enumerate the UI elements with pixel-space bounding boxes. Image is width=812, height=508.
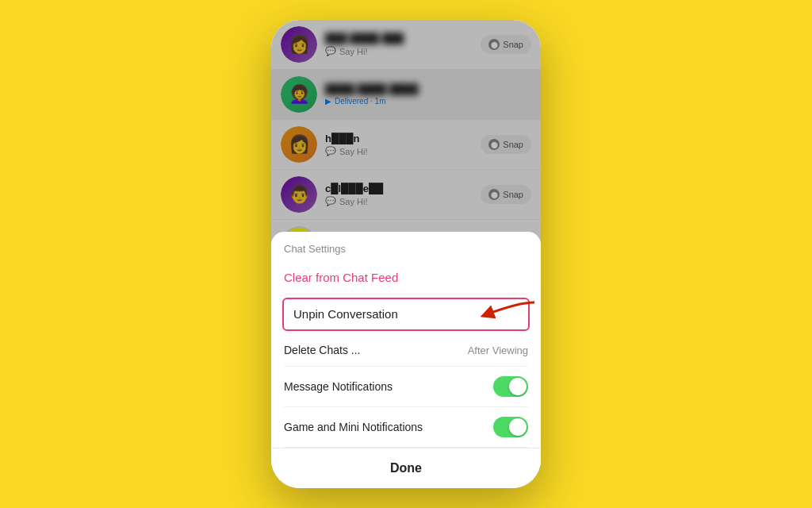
modal-item-game-notifications[interactable]: Game and Mini Notifications (284, 407, 528, 448)
modal-item-delete-chats[interactable]: Delete Chats ... After Viewing (284, 334, 528, 367)
message-notifications-toggle[interactable] (493, 376, 528, 397)
modal-content: Chat Settings Clear from Chat Feed Unpin… (271, 232, 541, 448)
modal-sheet: Chat Settings Clear from Chat Feed Unpin… (271, 232, 541, 488)
done-label: Done (390, 461, 422, 475)
message-notifications-label: Message Notifications (284, 380, 393, 393)
game-notifications-label: Game and Mini Notifications (284, 421, 423, 433)
delete-chats-label: Delete Chats ... (284, 344, 361, 356)
arrow-annotation (479, 298, 541, 330)
modal-overlay: Chat Settings Clear from Chat Feed Unpin… (271, 20, 541, 488)
delete-chats-value: After Viewing (468, 344, 528, 356)
unpin-conversation-label: Unpin Conversation (293, 307, 398, 321)
modal-item-message-notifications[interactable]: Message Notifications (284, 367, 528, 407)
modal-item-clear-feed[interactable]: Clear from Chat Feed (284, 261, 528, 294)
unpin-conversation-container: Unpin Conversation (284, 298, 528, 331)
game-notifications-toggle[interactable] (493, 417, 528, 437)
clear-feed-label: Clear from Chat Feed (284, 271, 398, 284)
modal-title: Chat Settings (284, 243, 528, 255)
phone-container: 👩 ███ ████ ███ 💬 Say Hi! ⬤ Snap 👩‍🦱 ████… (271, 20, 541, 488)
done-button[interactable]: Done (271, 448, 541, 488)
chat-list: 👩 ███ ████ ███ 💬 Say Hi! ⬤ Snap 👩‍🦱 ████… (271, 20, 541, 488)
